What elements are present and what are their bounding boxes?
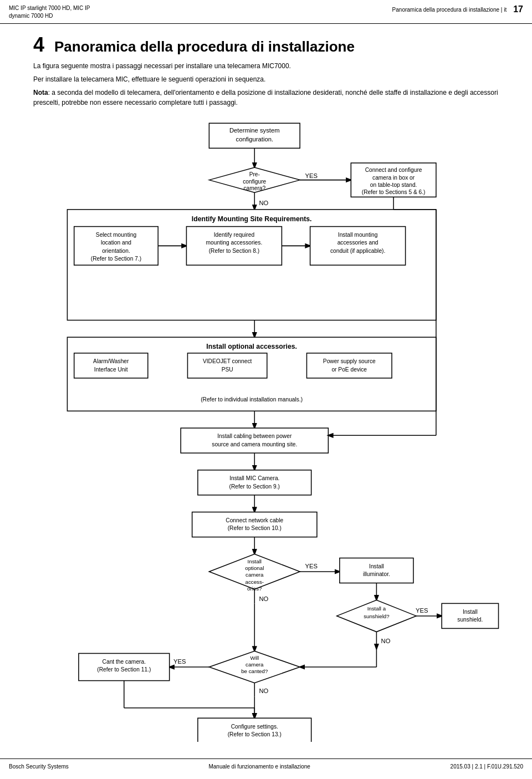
svg-text:Select mounting: Select mounting xyxy=(96,232,137,238)
svg-text:Install MIC Camera.: Install MIC Camera. xyxy=(229,475,279,481)
svg-rect-52 xyxy=(198,470,311,495)
header-right: Panoramica della procedura di installazi… xyxy=(392,4,523,14)
section-title: Panoramica della procedura di installazi… xyxy=(54,38,355,55)
svg-text:sunshield?: sunshield? xyxy=(364,613,390,619)
header-left: MIC IP starlight 7000 HD, MIC IP dynamic… xyxy=(9,4,90,20)
svg-text:camera?: camera? xyxy=(243,185,265,191)
svg-text:YES: YES xyxy=(416,607,428,614)
svg-text:YES: YES xyxy=(173,658,186,665)
intro-line2: Per installare la telecamera MIC, effett… xyxy=(33,74,510,84)
footer-manual: Manuale di funzionamento e installazione xyxy=(208,763,310,770)
svg-rect-40 xyxy=(187,353,267,378)
footer-company: Bosch Security Systems xyxy=(9,763,69,770)
svg-text:Connect and configure: Connect and configure xyxy=(365,167,422,173)
svg-rect-77 xyxy=(442,603,498,628)
svg-text:Pre-: Pre- xyxy=(249,171,260,177)
svg-text:(Refer to individual installat: (Refer to individual installation manual… xyxy=(201,396,303,403)
page-header: MIC IP starlight 7000 HD, MIC IP dynamic… xyxy=(0,0,532,24)
svg-text:mounting accessories.: mounting accessories. xyxy=(206,240,263,246)
svg-text:be canted?: be canted? xyxy=(241,668,268,674)
svg-rect-68 xyxy=(340,558,413,583)
svg-text:(Refer to Sections 5 & 6.): (Refer to Sections 5 & 6.) xyxy=(362,189,426,195)
svg-text:Determine system: Determine system xyxy=(229,127,280,134)
svg-text:conduit (if applicable).: conduit (if applicable). xyxy=(330,248,385,254)
svg-text:(Refer to Section 7.): (Refer to Section 7.) xyxy=(91,256,141,262)
svg-text:sunshield.: sunshield. xyxy=(457,617,483,623)
header-section-label: Panoramica della procedura di installazi… xyxy=(392,7,507,13)
svg-text:illuminator.: illuminator. xyxy=(363,571,390,577)
svg-text:Configure settings.: Configure settings. xyxy=(231,724,278,730)
svg-text:(Refer to Section 10.): (Refer to Section 10.) xyxy=(228,525,282,531)
svg-text:Connect network cable: Connect network cable xyxy=(226,517,283,523)
svg-rect-102 xyxy=(198,718,311,742)
svg-text:NO: NO xyxy=(381,638,391,644)
svg-text:NO: NO xyxy=(259,688,268,694)
svg-text:Identify required: Identify required xyxy=(214,232,255,238)
section-number: 4 xyxy=(33,35,44,55)
svg-text:or PoE device: or PoE device xyxy=(331,366,367,373)
svg-text:accessories and: accessories and xyxy=(337,240,378,246)
svg-text:source and camera mounting sit: source and camera mounting site. xyxy=(212,441,297,447)
svg-text:Install: Install xyxy=(369,563,384,569)
svg-text:(Refer to Section 13.): (Refer to Section 13.) xyxy=(228,731,282,737)
svg-text:access-: access- xyxy=(245,579,264,585)
svg-text:configuration.: configuration. xyxy=(236,136,274,142)
svg-text:(Refer to Section 11.): (Refer to Section 11.) xyxy=(97,666,151,673)
svg-text:camera in box or: camera in box or xyxy=(372,175,415,181)
page-footer: Bosch Security Systems Manuale di funzio… xyxy=(0,758,532,774)
svg-text:Interface Unit: Interface Unit xyxy=(94,366,128,373)
svg-text:camera: camera xyxy=(245,572,264,578)
svg-text:Install: Install xyxy=(463,609,478,615)
section-heading: 4 Panoramica della procedura di installa… xyxy=(33,35,510,55)
svg-text:Install cabling between power: Install cabling between power xyxy=(217,433,292,439)
svg-text:(Refer to Section 9.): (Refer to Section 9.) xyxy=(229,483,280,490)
svg-text:orientation.: orientation. xyxy=(102,248,130,254)
svg-text:configure: configure xyxy=(243,179,266,185)
page-content: 4 Panoramica della procedura di installa… xyxy=(0,24,532,753)
svg-text:Power supply source: Power supply source xyxy=(323,358,376,364)
svg-text:Install a: Install a xyxy=(367,605,386,612)
flowchart: Determine system configuration. Pre- con… xyxy=(33,118,510,742)
svg-text:optional: optional xyxy=(245,565,264,571)
flowchart-svg: Determine system configuration. Pre- con… xyxy=(33,118,510,742)
intro-line1: La figura seguente mostra i passaggi nec… xyxy=(33,61,510,71)
footer-version: 2015.03 | 2.1 | F.01U.291.520 xyxy=(451,763,523,770)
svg-text:Identify Mounting Site Require: Identify Mounting Site Requirements. xyxy=(192,215,312,223)
svg-text:Cant the camera.: Cant the camera. xyxy=(103,659,146,665)
svg-text:camera: camera xyxy=(245,661,264,668)
svg-text:NO: NO xyxy=(259,595,268,602)
svg-text:YES: YES xyxy=(305,172,318,179)
svg-rect-43 xyxy=(306,353,392,378)
svg-rect-48 xyxy=(181,428,328,453)
svg-rect-56 xyxy=(192,512,317,537)
header-title-line2: dynamic 7000 HD xyxy=(9,12,90,20)
svg-text:PSU: PSU xyxy=(222,366,233,373)
header-title-line1: MIC IP starlight 7000 HD, MIC IP xyxy=(9,4,90,12)
header-page-number: 17 xyxy=(513,4,523,14)
svg-text:NO: NO xyxy=(259,200,268,206)
svg-rect-37 xyxy=(74,353,148,378)
svg-text:location and: location and xyxy=(101,240,131,246)
svg-text:Alarm/Washer: Alarm/Washer xyxy=(93,358,129,364)
svg-text:Install optional accessories.: Install optional accessories. xyxy=(206,343,297,350)
svg-text:on table-top stand.: on table-top stand. xyxy=(370,182,417,188)
svg-text:Will: Will xyxy=(250,655,259,661)
svg-text:VIDEOJET connect: VIDEOJET connect xyxy=(203,358,252,364)
svg-text:YES: YES xyxy=(305,563,318,569)
intro-note: Nota: a seconda del modello di telecamer… xyxy=(33,88,510,108)
svg-text:Install mounting: Install mounting xyxy=(338,232,378,238)
svg-text:(Refer to Section 8.): (Refer to Section 8.) xyxy=(209,248,259,254)
svg-text:Install: Install xyxy=(248,558,262,564)
